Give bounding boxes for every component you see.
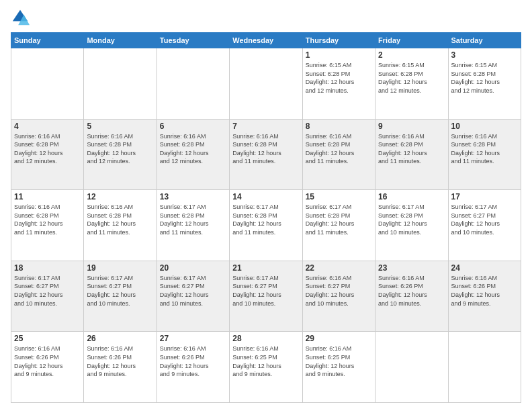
day-info: Sunrise: 6:16 AMSunset: 6:28 PMDaylight:… xyxy=(87,132,153,166)
day-info: Sunrise: 6:16 AMSunset: 6:28 PMDaylight:… xyxy=(232,132,299,166)
day-info: Sunrise: 6:17 AMSunset: 6:27 PMDaylight:… xyxy=(87,274,153,308)
calendar-cell: 10Sunrise: 6:16 AMSunset: 6:28 PMDayligh… xyxy=(448,119,521,190)
calendar-cell xyxy=(157,48,229,120)
calendar-cell xyxy=(84,48,157,120)
day-info: Sunrise: 6:16 AMSunset: 6:28 PMDaylight:… xyxy=(14,132,81,166)
day-number: 13 xyxy=(160,192,226,201)
calendar-cell: 18Sunrise: 6:17 AMSunset: 6:27 PMDayligh… xyxy=(11,261,84,332)
day-number: 9 xyxy=(378,122,445,131)
day-number: 29 xyxy=(306,334,372,343)
calendar-cell: 24Sunrise: 6:16 AMSunset: 6:26 PMDayligh… xyxy=(448,261,521,332)
week-row-1: 1Sunrise: 6:15 AMSunset: 6:28 PMDaylight… xyxy=(11,48,521,120)
day-number: 19 xyxy=(87,263,153,273)
calendar-cell: 6Sunrise: 6:16 AMSunset: 6:28 PMDaylight… xyxy=(157,119,229,190)
page: SundayMondayTuesdayWednesdayThursdayFrid… xyxy=(0,0,532,411)
calendar-cell: 5Sunrise: 6:16 AMSunset: 6:28 PMDaylight… xyxy=(84,119,157,190)
day-number: 2 xyxy=(378,50,445,60)
day-number: 20 xyxy=(160,263,226,273)
weekday-header-friday: Friday xyxy=(375,33,448,48)
weekday-header-tuesday: Tuesday xyxy=(157,33,229,48)
calendar-cell: 21Sunrise: 6:17 AMSunset: 6:27 PMDayligh… xyxy=(230,261,302,332)
day-number: 16 xyxy=(378,192,445,201)
calendar-cell: 20Sunrise: 6:17 AMSunset: 6:27 PMDayligh… xyxy=(157,261,229,332)
day-number: 23 xyxy=(378,263,445,273)
day-number: 10 xyxy=(451,122,518,131)
logo xyxy=(11,8,32,27)
calendar-cell: 29Sunrise: 6:16 AMSunset: 6:25 PMDayligh… xyxy=(302,332,375,403)
calendar-cell: 17Sunrise: 6:17 AMSunset: 6:27 PMDayligh… xyxy=(448,190,521,261)
calendar-cell xyxy=(11,48,84,120)
day-info: Sunrise: 6:16 AMSunset: 6:28 PMDaylight:… xyxy=(378,132,445,166)
day-info: Sunrise: 6:16 AMSunset: 6:28 PMDaylight:… xyxy=(14,203,81,236)
day-info: Sunrise: 6:16 AMSunset: 6:25 PMDaylight:… xyxy=(306,345,372,378)
day-number: 24 xyxy=(451,263,518,273)
week-row-2: 4Sunrise: 6:16 AMSunset: 6:28 PMDaylight… xyxy=(11,119,521,190)
calendar-cell: 27Sunrise: 6:16 AMSunset: 6:26 PMDayligh… xyxy=(157,332,229,403)
day-info: Sunrise: 6:17 AMSunset: 6:28 PMDaylight:… xyxy=(160,203,226,236)
day-info: Sunrise: 6:16 AMSunset: 6:28 PMDaylight:… xyxy=(451,132,518,166)
weekday-header-monday: Monday xyxy=(84,33,157,48)
day-number: 28 xyxy=(232,334,299,343)
header xyxy=(11,8,521,27)
day-number: 1 xyxy=(306,50,372,60)
day-number: 18 xyxy=(14,263,81,273)
day-info: Sunrise: 6:17 AMSunset: 6:27 PMDaylight:… xyxy=(232,274,299,308)
day-info: Sunrise: 6:16 AMSunset: 6:26 PMDaylight:… xyxy=(451,274,518,308)
day-number: 22 xyxy=(306,263,372,273)
day-info: Sunrise: 6:17 AMSunset: 6:28 PMDaylight:… xyxy=(306,203,372,236)
calendar-cell: 22Sunrise: 6:16 AMSunset: 6:27 PMDayligh… xyxy=(302,261,375,332)
day-info: Sunrise: 6:16 AMSunset: 6:26 PMDaylight:… xyxy=(160,345,226,378)
day-info: Sunrise: 6:16 AMSunset: 6:26 PMDaylight:… xyxy=(14,345,81,378)
logo-icon xyxy=(11,8,30,27)
week-row-5: 25Sunrise: 6:16 AMSunset: 6:26 PMDayligh… xyxy=(11,332,521,403)
calendar-table: SundayMondayTuesdayWednesdayThursdayFrid… xyxy=(11,32,521,403)
day-number: 21 xyxy=(232,263,299,273)
day-info: Sunrise: 6:16 AMSunset: 6:26 PMDaylight:… xyxy=(378,274,445,308)
day-number: 12 xyxy=(87,192,153,201)
day-number: 6 xyxy=(160,122,226,131)
weekday-header-sunday: Sunday xyxy=(11,33,84,48)
calendar-cell: 4Sunrise: 6:16 AMSunset: 6:28 PMDaylight… xyxy=(11,119,84,190)
calendar-cell: 1Sunrise: 6:15 AMSunset: 6:28 PMDaylight… xyxy=(302,48,375,120)
day-info: Sunrise: 6:15 AMSunset: 6:28 PMDaylight:… xyxy=(378,61,445,95)
calendar-cell: 28Sunrise: 6:16 AMSunset: 6:25 PMDayligh… xyxy=(230,332,302,403)
calendar-cell: 26Sunrise: 6:16 AMSunset: 6:26 PMDayligh… xyxy=(84,332,157,403)
day-number: 25 xyxy=(14,334,81,343)
calendar-cell: 25Sunrise: 6:16 AMSunset: 6:26 PMDayligh… xyxy=(11,332,84,403)
calendar-cell: 15Sunrise: 6:17 AMSunset: 6:28 PMDayligh… xyxy=(302,190,375,261)
day-number: 4 xyxy=(14,122,81,131)
calendar-cell: 23Sunrise: 6:16 AMSunset: 6:26 PMDayligh… xyxy=(375,261,448,332)
calendar-cell xyxy=(375,332,448,403)
day-info: Sunrise: 6:16 AMSunset: 6:25 PMDaylight:… xyxy=(232,345,299,378)
day-info: Sunrise: 6:17 AMSunset: 6:28 PMDaylight:… xyxy=(232,203,299,236)
day-info: Sunrise: 6:16 AMSunset: 6:27 PMDaylight:… xyxy=(306,274,372,308)
weekday-header-thursday: Thursday xyxy=(302,33,375,48)
day-info: Sunrise: 6:17 AMSunset: 6:27 PMDaylight:… xyxy=(451,203,518,236)
day-number: 5 xyxy=(87,122,153,131)
day-number: 17 xyxy=(451,192,518,201)
weekday-header-wednesday: Wednesday xyxy=(230,33,302,48)
day-number: 15 xyxy=(306,192,372,201)
calendar-cell: 12Sunrise: 6:16 AMSunset: 6:28 PMDayligh… xyxy=(84,190,157,261)
day-number: 7 xyxy=(232,122,299,131)
day-number: 14 xyxy=(232,192,299,201)
day-number: 27 xyxy=(160,334,226,343)
day-number: 8 xyxy=(306,122,372,131)
day-number: 11 xyxy=(14,192,81,201)
week-row-3: 11Sunrise: 6:16 AMSunset: 6:28 PMDayligh… xyxy=(11,190,521,261)
calendar-cell: 3Sunrise: 6:15 AMSunset: 6:28 PMDaylight… xyxy=(448,48,521,120)
calendar-cell xyxy=(448,332,521,403)
calendar-cell: 14Sunrise: 6:17 AMSunset: 6:28 PMDayligh… xyxy=(230,190,302,261)
day-info: Sunrise: 6:17 AMSunset: 6:27 PMDaylight:… xyxy=(14,274,81,308)
calendar-cell: 16Sunrise: 6:17 AMSunset: 6:28 PMDayligh… xyxy=(375,190,448,261)
calendar-cell: 19Sunrise: 6:17 AMSunset: 6:27 PMDayligh… xyxy=(84,261,157,332)
calendar-cell xyxy=(230,48,302,120)
day-info: Sunrise: 6:16 AMSunset: 6:28 PMDaylight:… xyxy=(160,132,226,166)
day-info: Sunrise: 6:15 AMSunset: 6:28 PMDaylight:… xyxy=(451,61,518,95)
day-info: Sunrise: 6:16 AMSunset: 6:28 PMDaylight:… xyxy=(87,203,153,236)
week-row-4: 18Sunrise: 6:17 AMSunset: 6:27 PMDayligh… xyxy=(11,261,521,332)
day-info: Sunrise: 6:16 AMSunset: 6:26 PMDaylight:… xyxy=(87,345,153,378)
day-info: Sunrise: 6:17 AMSunset: 6:28 PMDaylight:… xyxy=(378,203,445,236)
calendar-cell: 11Sunrise: 6:16 AMSunset: 6:28 PMDayligh… xyxy=(11,190,84,261)
day-number: 26 xyxy=(87,334,153,343)
